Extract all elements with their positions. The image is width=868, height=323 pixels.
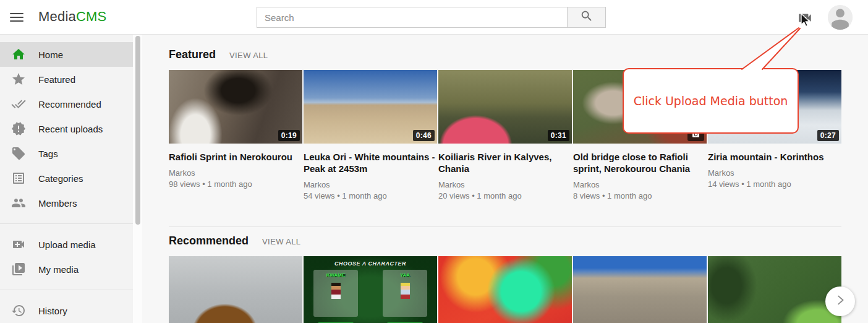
sidebar-divider (0, 290, 133, 290)
new-releases-icon (11, 121, 26, 136)
video-thumbnail[interactable]: 0:31 (438, 70, 572, 144)
video-meta: 98 views • 1 month ago (169, 179, 302, 190)
sidebar-item-my-media[interactable]: My media (0, 257, 133, 282)
game-character-panel: KWAME (313, 270, 358, 317)
sidebar-item-recommended[interactable]: Recommended (0, 92, 133, 116)
history-icon (11, 303, 26, 318)
section-title-featured: Featured (169, 48, 216, 61)
search-icon (580, 9, 594, 25)
video-meta: 14 views • 1 month ago (708, 179, 841, 190)
video-author[interactable]: Markos (169, 168, 302, 179)
mediacms-page: MediaCMS Home Featured (0, 0, 868, 323)
video-author[interactable]: Markos (304, 179, 437, 191)
game-character-panel: YAA (383, 270, 427, 317)
game-thumb-heading: CHOOSE A CHARACTER (304, 261, 437, 267)
sidebar-item-label: History (38, 306, 67, 316)
duration-badge: 0:46 (413, 130, 435, 141)
sidebar-item-home[interactable]: Home (0, 42, 133, 67)
game-character-sprite (401, 283, 410, 299)
game-character-name: YAA (383, 272, 427, 278)
sidebar-item-label: Tags (38, 149, 58, 159)
search-button[interactable] (567, 7, 606, 28)
media-card[interactable]: 0:31 Koiliaris River in Kalyves, Chania … (438, 70, 572, 202)
chevron-right-icon (833, 293, 847, 309)
upload-media-button[interactable] (797, 10, 813, 26)
brand-logo[interactable]: MediaCMS (38, 9, 106, 25)
sidebar-item-recent-uploads[interactable]: Recent uploads (0, 116, 133, 141)
duration-badge: 0:27 (817, 130, 839, 141)
video-thumbnail[interactable] (169, 256, 302, 323)
brand-media: Media (38, 9, 76, 24)
home-icon (11, 47, 26, 62)
media-card[interactable] (573, 256, 707, 323)
sidebar: Home Featured Recommended Recent uploads… (0, 35, 133, 323)
video-meta: 8 views • 1 month ago (573, 191, 707, 202)
brand-cms: CMS (76, 9, 107, 24)
scrollbar-thumb[interactable] (135, 36, 140, 225)
carousel-next-button[interactable] (825, 286, 855, 316)
featured-view-all-link[interactable]: VIEW ALL (229, 51, 268, 60)
media-card[interactable]: 0:19 Rafioli Sprint in Nerokourou Markos… (169, 70, 302, 202)
video-thumbnail[interactable]: CHOOSE A CHARACTER KWAME YAA Selected Se… (304, 256, 437, 323)
done-all-icon (11, 97, 26, 111)
video-thumbnail[interactable]: 0:19 (169, 70, 302, 144)
sidebar-divider (0, 223, 133, 224)
recommended-view-all-link[interactable]: VIEW ALL (262, 237, 300, 246)
videocam-plus-icon (11, 237, 26, 252)
sidebar-item-label: Featured (38, 74, 75, 85)
sidebar-item-label: Recommended (38, 99, 101, 110)
media-card[interactable]: 0:46 Leuka Ori - White mountains - Peak … (304, 70, 437, 202)
duration-badge: 0:31 (548, 130, 569, 141)
search-bar (257, 7, 606, 28)
video-thumbnail[interactable] (708, 256, 841, 323)
sidebar-item-label: Home (38, 50, 63, 60)
search-input[interactable] (257, 7, 567, 28)
videocam-plus-icon (797, 17, 813, 28)
sidebar-item-tags[interactable]: Tags (0, 141, 133, 166)
sidebar-item-label: Members (38, 198, 77, 209)
game-character-name: KWAME (313, 272, 358, 278)
media-card[interactable] (438, 256, 572, 323)
menu-icon[interactable] (10, 11, 23, 24)
video-meta: 20 views • 1 month ago (438, 191, 572, 202)
section-title-recommended: Recommended (169, 235, 249, 248)
members-icon (11, 196, 26, 210)
sidebar-item-label: Recent uploads (38, 124, 103, 134)
video-title[interactable]: Ziria mountain - Korinthos (708, 151, 841, 163)
sidebar-item-upload-media[interactable]: Upload media (0, 232, 133, 257)
annotation-callout: Click Upload Media button (623, 68, 799, 134)
star-icon (11, 72, 26, 87)
sidebar-item-label: Categories (38, 173, 83, 184)
sidebar-scrollbar[interactable] (133, 35, 142, 323)
game-character-sprite (331, 283, 341, 299)
video-author[interactable]: Markos (573, 179, 707, 191)
video-thumbnail[interactable] (573, 256, 707, 323)
video-thumbnail[interactable] (438, 256, 572, 323)
tag-icon (11, 146, 26, 161)
categories-icon (11, 171, 26, 186)
top-bar: MediaCMS (0, 0, 868, 35)
video-title[interactable]: Rafioli Sprint in Nerokourou (169, 151, 302, 163)
sidebar-item-label: My media (38, 264, 79, 275)
video-title[interactable]: Old bridge close to Rafioli sprint, Nero… (573, 151, 707, 174)
annotation-text: Click Upload Media button (634, 94, 788, 108)
video-title[interactable]: Leuka Ori - White mountains - Peak at 24… (304, 151, 437, 174)
user-avatar[interactable] (828, 5, 853, 30)
media-card[interactable]: CHOOSE A CHARACTER KWAME YAA Selected Se… (304, 256, 437, 323)
video-meta: 54 views • 1 month ago (304, 191, 437, 202)
video-author[interactable]: Markos (708, 168, 841, 179)
media-card[interactable] (708, 256, 841, 323)
recommended-section: Recommended VIEW ALL CHOOSE A CHARACTER … (169, 227, 868, 323)
duration-badge: 0:19 (278, 130, 300, 141)
sidebar-item-featured[interactable]: Featured (0, 67, 133, 92)
sidebar-item-label: Upload media (38, 239, 96, 250)
video-title[interactable]: Koiliaris River in Kalyves, Chania (438, 151, 572, 174)
sidebar-item-history[interactable]: History (0, 298, 133, 323)
sidebar-item-categories[interactable]: Categories (0, 166, 133, 191)
video-thumbnail[interactable]: 0:46 (304, 70, 437, 144)
media-card[interactable] (169, 256, 302, 323)
recommended-row: CHOOSE A CHARACTER KWAME YAA Selected Se… (169, 256, 868, 323)
sidebar-item-members[interactable]: Members (0, 191, 133, 215)
video-library-icon (11, 262, 26, 277)
video-author[interactable]: Markos (438, 179, 572, 191)
